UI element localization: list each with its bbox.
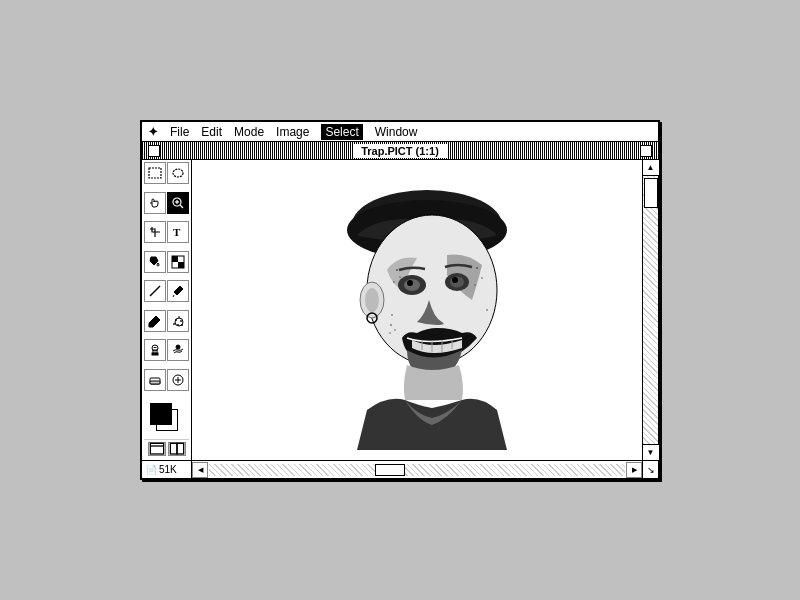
svg-rect-0 <box>149 168 161 178</box>
document-icon: 📄 <box>146 465 157 475</box>
title-bar: Trap.PICT (1:1) <box>142 142 658 160</box>
scroll-left-button[interactable]: ◀ <box>192 462 208 478</box>
svg-rect-22 <box>152 353 158 355</box>
scroll-right-button[interactable]: ▶ <box>626 462 642 478</box>
svg-point-39 <box>407 280 413 286</box>
title-bar-right-controls <box>640 145 652 157</box>
tool-bottom-1[interactable] <box>148 442 166 456</box>
scroll-track-vertical[interactable] <box>643 176 658 444</box>
tool-ellipse-marquee[interactable] <box>167 162 189 184</box>
content-area: T <box>142 160 658 460</box>
scrollbar-vertical: ▲ ▼ <box>642 160 658 460</box>
close-button[interactable] <box>148 145 160 157</box>
tool-line[interactable] <box>144 280 166 302</box>
tool-eraser[interactable] <box>144 369 166 391</box>
svg-point-15 <box>176 319 177 320</box>
tool-eyedropper[interactable] <box>167 280 189 302</box>
svg-point-42 <box>452 277 458 283</box>
svg-line-4 <box>180 205 183 208</box>
svg-line-12 <box>173 295 174 297</box>
menu-select[interactable]: Select <box>321 124 362 140</box>
foreground-color[interactable] <box>150 403 172 425</box>
svg-rect-31 <box>170 444 177 455</box>
toolbox: T <box>142 160 192 460</box>
svg-rect-25 <box>150 381 160 384</box>
menu-window[interactable]: Window <box>375 125 418 139</box>
menu-image[interactable]: Image <box>276 125 309 139</box>
svg-point-23 <box>176 345 180 349</box>
apple-menu[interactable]: ✦ <box>148 125 158 139</box>
tool-crop[interactable] <box>144 221 166 243</box>
svg-point-53 <box>476 267 478 269</box>
tool-grid: T <box>144 162 189 397</box>
tool-bottom-2[interactable] <box>168 442 186 456</box>
file-size-display: 📄 51K <box>142 461 192 478</box>
zoom-button[interactable] <box>640 145 652 157</box>
svg-point-19 <box>182 324 183 325</box>
svg-point-48 <box>365 288 379 312</box>
tool-rect-marquee[interactable] <box>144 162 166 184</box>
svg-point-57 <box>486 309 488 311</box>
svg-point-50 <box>396 269 398 271</box>
svg-point-51 <box>399 276 401 278</box>
title-bar-controls <box>148 145 160 157</box>
tool-zoom[interactable] <box>167 192 189 214</box>
scrollbar-horizontal: ◀ ▶ <box>192 461 642 478</box>
canvas-area[interactable] <box>192 160 642 460</box>
svg-rect-9 <box>172 256 178 262</box>
svg-rect-32 <box>177 444 184 455</box>
svg-point-59 <box>394 329 396 331</box>
tool-paint-bucket[interactable] <box>144 251 166 273</box>
resize-handle[interactable]: ↘ <box>642 461 658 478</box>
tool-bottom-row <box>144 439 189 458</box>
scroll-track-horizontal[interactable] <box>209 464 625 476</box>
window-title: Trap.PICT (1:1) <box>353 144 447 158</box>
svg-point-54 <box>481 277 483 279</box>
tool-airbrush[interactable] <box>167 310 189 332</box>
svg-point-58 <box>390 324 392 326</box>
menu-edit[interactable]: Edit <box>201 125 222 139</box>
tool-smudge[interactable] <box>167 339 189 361</box>
main-window: ✦ File Edit Mode Image Select Window Tra… <box>140 120 660 480</box>
color-section <box>144 397 189 439</box>
status-bar: 📄 51K ◀ ▶ ↘ <box>142 460 658 478</box>
scroll-down-button[interactable]: ▼ <box>643 444 659 460</box>
svg-point-16 <box>181 320 182 321</box>
menu-mode[interactable]: Mode <box>234 125 264 139</box>
menu-file[interactable]: File <box>170 125 189 139</box>
svg-line-11 <box>150 286 160 296</box>
menu-bar: ✦ File Edit Mode Image Select Window <box>142 122 658 142</box>
scroll-thumb-vertical[interactable] <box>644 178 658 208</box>
artwork-canvas <box>192 160 642 460</box>
svg-point-17 <box>178 324 179 325</box>
svg-point-56 <box>391 314 393 316</box>
tool-text[interactable]: T <box>167 221 189 243</box>
tool-blur[interactable] <box>167 369 189 391</box>
svg-rect-10 <box>178 262 184 268</box>
svg-rect-29 <box>150 444 163 455</box>
scroll-up-button[interactable]: ▲ <box>643 160 659 176</box>
svg-point-1 <box>173 169 183 177</box>
canvas-wrapper <box>192 160 642 460</box>
scroll-thumb-horizontal[interactable] <box>375 464 405 476</box>
svg-point-55 <box>474 284 476 286</box>
tool-hand[interactable] <box>144 192 166 214</box>
tool-stamp[interactable] <box>144 339 166 361</box>
svg-text:T: T <box>173 226 181 238</box>
tool-pattern[interactable] <box>167 251 189 273</box>
file-size: 51K <box>159 464 177 475</box>
tool-pencil[interactable] <box>144 310 166 332</box>
svg-point-60 <box>389 332 391 334</box>
svg-point-52 <box>393 281 395 283</box>
svg-point-18 <box>174 323 175 324</box>
